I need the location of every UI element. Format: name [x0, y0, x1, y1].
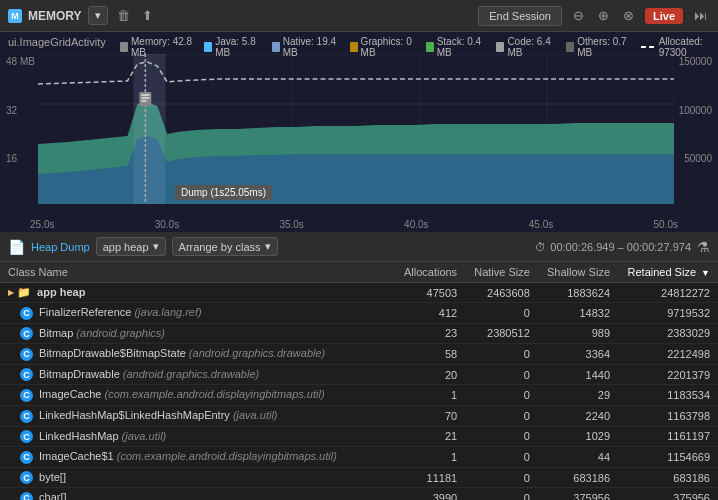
class-name: BitmapDrawable$BitmapState: [39, 347, 186, 359]
chart-title: ui.ImageGridActivity: [8, 36, 106, 48]
class-retained: 375956: [618, 488, 718, 500]
class-shallow: 29: [538, 385, 618, 406]
table-row[interactable]: C char[] 3990 0 375956 375956: [0, 488, 718, 500]
table-container[interactable]: Class Name Allocations Native Size Shall…: [0, 262, 718, 500]
heap-dump-button[interactable]: Heap Dump: [31, 241, 90, 253]
class-shallow: 14832: [538, 303, 618, 324]
class-native: 0: [465, 344, 538, 365]
arrange-select[interactable]: Arrange by class ▾: [172, 237, 278, 256]
class-icon-c: C: [20, 348, 33, 361]
class-shallow: 683186: [538, 467, 618, 488]
class-package: (java.util): [119, 430, 167, 442]
class-name: ImageCache$1: [39, 450, 114, 462]
class-retained: 683186: [618, 467, 718, 488]
delete-button[interactable]: 🗑: [114, 5, 133, 26]
class-icon-c: C: [20, 389, 33, 402]
close-button[interactable]: ⊗: [620, 5, 637, 26]
arrange-label: Arrange by class: [179, 241, 261, 253]
col-class-name[interactable]: Class Name: [0, 262, 395, 283]
export-button[interactable]: ⬆: [139, 5, 156, 26]
class-icon-c: C: [20, 492, 33, 500]
class-cell: C byte[]: [0, 467, 395, 488]
time-range-label: 00:00:26.949 – 00:00:27.974: [550, 241, 691, 253]
class-native: 0: [465, 405, 538, 426]
table-row[interactable]: C FinalizerReference (java.lang.ref) 412…: [0, 303, 718, 324]
class-package: (android.graphics.drawable): [186, 347, 325, 359]
x-label-35: 35.0s: [279, 219, 303, 230]
class-retained: 2212498: [618, 344, 718, 365]
heap-table: Class Name Allocations Native Size Shall…: [0, 262, 718, 500]
dump-tooltip: Dump (1s25.05ms): [175, 185, 272, 200]
col-shallow-size[interactable]: Shallow Size: [538, 262, 618, 283]
top-bar-title: MEMORY: [28, 9, 82, 23]
table-row[interactable]: ▸ 📁 app heap 47503 2463608 1883624 24812…: [0, 283, 718, 303]
y-label-16: 16: [6, 153, 35, 164]
class-retained: 9719532: [618, 303, 718, 324]
svg-rect-11: [133, 54, 165, 204]
class-cell: C BitmapDrawable (android.graphics.drawa…: [0, 364, 395, 385]
time-range: ⏱ 00:00:26.949 – 00:00:27.974: [535, 241, 691, 253]
class-icon-c: C: [20, 368, 33, 381]
table-row[interactable]: C byte[] 11181 0 683186 683186: [0, 467, 718, 488]
class-package: (android.graphics.drawable): [120, 368, 259, 380]
legend-dot-stack: [426, 42, 434, 52]
class-alloc: 21: [395, 426, 465, 447]
y-label-48: 48 MB: [6, 56, 35, 67]
class-alloc: 11181: [395, 467, 465, 488]
class-icon-c: C: [20, 410, 33, 423]
group-shallow: 1883624: [538, 283, 618, 303]
minus-button[interactable]: ⊖: [570, 5, 587, 26]
x-label-30: 30.0s: [155, 219, 179, 230]
table-header-row: Class Name Allocations Native Size Shall…: [0, 262, 718, 283]
class-name: char[]: [39, 491, 67, 500]
legend-dot-native: [272, 42, 280, 52]
x-label-40: 40.0s: [404, 219, 428, 230]
class-cell: C FinalizerReference (java.lang.ref): [0, 303, 395, 324]
class-native: 0: [465, 364, 538, 385]
class-shallow: 44: [538, 447, 618, 468]
clock-icon: ⏱: [535, 241, 546, 253]
class-retained: 1183534: [618, 385, 718, 406]
table-row[interactable]: C ImageCache (com.example.android.displa…: [0, 385, 718, 406]
class-alloc: 58: [395, 344, 465, 365]
legend-dash-allocated: [641, 46, 654, 48]
col-allocations[interactable]: Allocations: [395, 262, 465, 283]
table-row[interactable]: C BitmapDrawable (android.graphics.drawa…: [0, 364, 718, 385]
heap-type-select[interactable]: app heap ▾: [96, 237, 166, 256]
table-row[interactable]: C LinkedHashMap$LinkedHashMapEntry (java…: [0, 405, 718, 426]
group-name: ▸ 📁 app heap: [0, 283, 395, 303]
class-native: 2380512: [465, 323, 538, 344]
table-row[interactable]: C ImageCache$1 (com.example.android.disp…: [0, 447, 718, 468]
class-alloc: 70: [395, 405, 465, 426]
class-retained: 2383029: [618, 323, 718, 344]
table-row[interactable]: C Bitmap (android.graphics) 23 2380512 9…: [0, 323, 718, 344]
col-retained-size[interactable]: Retained Size ▼: [618, 262, 718, 283]
class-native: 0: [465, 488, 538, 500]
col-native-size[interactable]: Native Size: [465, 262, 538, 283]
filter-button[interactable]: ⚗: [697, 239, 710, 255]
class-name: byte[]: [39, 471, 66, 483]
class-retained: 1163798: [618, 405, 718, 426]
class-alloc: 3990: [395, 488, 465, 500]
class-cell: C Bitmap (android.graphics): [0, 323, 395, 344]
class-package: (java.lang.ref): [131, 306, 201, 318]
top-bar: M MEMORY ▾ 🗑 ⬆ End Session ⊖ ⊕ ⊗ Live ⏭: [0, 0, 718, 32]
skip-button[interactable]: ⏭: [691, 5, 710, 26]
folder-icon: ▸ 📁: [8, 286, 31, 298]
bottom-toolbar: 📄 Heap Dump app heap ▾ Arrange by class …: [0, 232, 718, 262]
class-cell: C BitmapDrawable$BitmapState (android.gr…: [0, 344, 395, 365]
legend-dot-memory: [120, 42, 128, 52]
end-session-button[interactable]: End Session: [478, 6, 562, 26]
class-shallow: 3364: [538, 344, 618, 365]
y-axis-left: 48 MB 32 16: [6, 56, 35, 202]
table-row[interactable]: C BitmapDrawable$BitmapState (android.gr…: [0, 344, 718, 365]
group-alloc: 47503: [395, 283, 465, 303]
class-retained: 2201379: [618, 364, 718, 385]
memory-dropdown[interactable]: ▾: [88, 6, 108, 25]
table-row[interactable]: C LinkedHashMap (java.util) 21 0 1029 11…: [0, 426, 718, 447]
class-shallow: 2240: [538, 405, 618, 426]
class-icon-c: C: [20, 451, 33, 464]
plus-button[interactable]: ⊕: [595, 5, 612, 26]
top-bar-left: M MEMORY ▾ 🗑 ⬆: [8, 5, 472, 26]
legend-dot-graphics: [350, 42, 358, 52]
